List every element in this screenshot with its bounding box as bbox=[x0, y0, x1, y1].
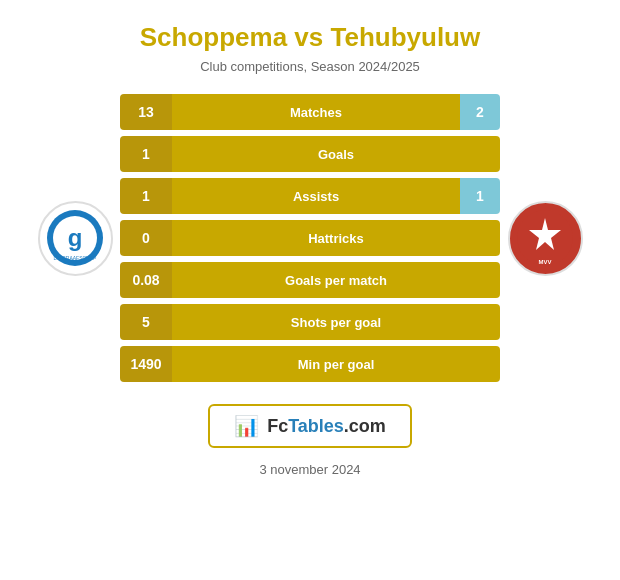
logo-right-container: MVV bbox=[500, 201, 590, 276]
svg-text:MVV: MVV bbox=[538, 259, 551, 265]
stat-right-matches: 2 bbox=[460, 94, 500, 130]
fctables-logo[interactable]: 📊 FcTables.com bbox=[208, 404, 412, 448]
stat-left-goals: 1 bbox=[120, 136, 172, 172]
stat-row-goals: 1 Goals bbox=[120, 136, 500, 172]
stat-label-goals-per-match: Goals per match bbox=[172, 262, 500, 298]
stat-left-shots-per-goal: 5 bbox=[120, 304, 172, 340]
stat-label-assists: Assists bbox=[172, 178, 460, 214]
page: Schoppema vs Tehubyuluw Club competition… bbox=[0, 0, 620, 580]
stat-row-hattricks: 0 Hattricks bbox=[120, 220, 500, 256]
stat-row-goals-per-match: 0.08 Goals per match bbox=[120, 262, 500, 298]
stat-label-hattricks: Hattricks bbox=[172, 220, 500, 256]
logo-mvv: MVV bbox=[508, 201, 583, 276]
stat-row-min-per-goal: 1490 Min per goal bbox=[120, 346, 500, 382]
stat-left-goals-per-match: 0.08 bbox=[120, 262, 172, 298]
match-subtitle: Club competitions, Season 2024/2025 bbox=[200, 59, 420, 74]
footer-logo-text: FcTables.com bbox=[267, 416, 386, 437]
footer-date: 3 november 2024 bbox=[259, 462, 360, 477]
svg-text:DE GRAAFSCHAP: DE GRAAFSCHAP bbox=[54, 255, 97, 261]
svg-text:g: g bbox=[68, 224, 83, 251]
graafschap-svg: g DE GRAAFSCHAP bbox=[45, 208, 105, 268]
match-title: Schoppema vs Tehubyuluw bbox=[140, 22, 480, 53]
stat-left-matches: 13 bbox=[120, 94, 172, 130]
stat-label-matches: Matches bbox=[172, 94, 460, 130]
stat-label-min-per-goal: Min per goal bbox=[172, 346, 500, 382]
stat-left-hattricks: 0 bbox=[120, 220, 172, 256]
stat-row-shots-per-goal: 5 Shots per goal bbox=[120, 304, 500, 340]
chart-icon: 📊 bbox=[234, 414, 259, 438]
stat-row-assists: 1 Assists 1 bbox=[120, 178, 500, 214]
content-area: g DE GRAAFSCHAP 13 Matches 2 1 Goals 1 bbox=[0, 94, 620, 382]
logo-left-container: g DE GRAAFSCHAP bbox=[30, 201, 120, 276]
logo-graafschap: g DE GRAAFSCHAP bbox=[38, 201, 113, 276]
stat-row-matches: 13 Matches 2 bbox=[120, 94, 500, 130]
stat-label-goals: Goals bbox=[172, 136, 500, 172]
stat-label-shots-per-goal: Shots per goal bbox=[172, 304, 500, 340]
stat-left-assists: 1 bbox=[120, 178, 172, 214]
stats-container: 13 Matches 2 1 Goals 1 Assists 1 0 Hattr… bbox=[120, 94, 500, 382]
mvv-svg: MVV bbox=[515, 208, 575, 268]
stat-left-min-per-goal: 1490 bbox=[120, 346, 172, 382]
footer-logo-blue: Tables bbox=[288, 416, 344, 436]
stat-right-assists: 1 bbox=[460, 178, 500, 214]
